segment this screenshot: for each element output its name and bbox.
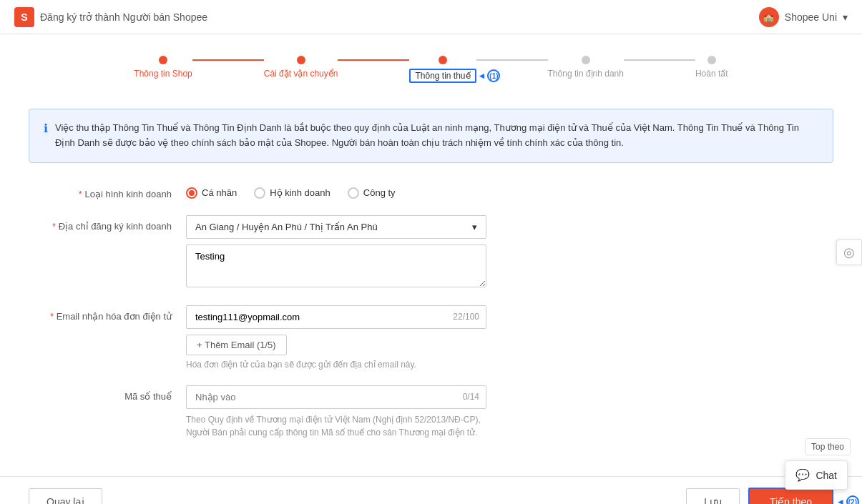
step-4: Thông tin định danh [548, 56, 624, 79]
add-email-button[interactable]: + Thêm Email (1/5) [186, 335, 287, 355]
tax-row: Mã số thuế 0/14 Theo Quy định về Thương … [29, 385, 833, 439]
step-1-label: Thông tin Shop [134, 69, 192, 79]
required-star-2: * [52, 221, 56, 232]
support-circle-icon: ◎ [843, 244, 855, 260]
info-box: ℹ Việc thu thập Thông Tin Thuế và Thông … [29, 109, 833, 163]
step-5-label: Hoàn tất [695, 69, 728, 79]
tax-input-wrapper: 0/14 [186, 385, 486, 409]
email-row: * Email nhận hóa đơn điện tử 22/100 + Th… [29, 305, 833, 370]
footer: Quay lại Lưu Tiếp theo ◄ (2) [0, 476, 862, 504]
annotation-2: ◄ (2) [836, 495, 859, 504]
email-control: 22/100 + Thêm Email (1/5) Hóa đơn điện t… [186, 305, 486, 370]
step-5: Hoàn tất [695, 56, 728, 79]
footer-right: Lưu Tiếp theo ◄ (2) [686, 488, 833, 504]
step-2-dot [297, 56, 305, 64]
address-row: * Địa chỉ đăng ký kinh doanh An Giang / … [29, 215, 833, 290]
next-button[interactable]: Tiếp theo [748, 488, 833, 504]
required-star-3: * [50, 311, 54, 322]
address-select[interactable]: An Giang / Huyện An Phú / Thị Trấn An Ph… [186, 215, 486, 239]
annotation-1: ◄ (1) [478, 69, 501, 82]
chat-label: Chat [816, 470, 837, 481]
step-line-1 [192, 59, 264, 61]
chat-icon: 💬 [795, 468, 810, 482]
business-type-label: * Loại hình kinh doanh [29, 183, 186, 199]
tax-input[interactable] [186, 385, 486, 409]
tax-control: 0/14 Theo Quy định về Thương mại điện tử… [186, 385, 486, 439]
address-textarea[interactable]: Testing [186, 244, 486, 287]
radio-ca-nhan[interactable]: Cá nhân [186, 187, 237, 199]
radio-cong-ty[interactable]: Công ty [348, 187, 396, 199]
email-input-wrapper: 22/100 [186, 305, 486, 329]
header: S Đăng ký trở thành Người bán Shopee 🏫 S… [0, 0, 862, 34]
next-wrapper: Tiếp theo ◄ (2) [748, 488, 833, 504]
step-3-dot [439, 56, 447, 64]
step-3-label: Thông tin thuế ◄ (1) [409, 69, 476, 83]
radio-cong-ty-circle [348, 187, 359, 199]
step-2: Cài đặt vận chuyển [264, 56, 338, 79]
radio-ho-kinh-doanh[interactable]: Hộ kinh doanh [254, 187, 330, 199]
step-4-label: Thông tin định danh [548, 69, 624, 79]
step-1-dot [159, 56, 167, 64]
top-theo-label: Top theo [805, 438, 851, 455]
step-2-label: Cài đặt vận chuyển [264, 69, 338, 79]
radio-ho-circle [254, 187, 265, 199]
step-3: Thông tin thuế ◄ (1) [409, 56, 476, 83]
save-button[interactable]: Lưu [686, 488, 740, 504]
step-5-dot [707, 56, 716, 64]
shopee-uni-button[interactable]: 🏫 Shopee Uni ▾ [759, 7, 848, 27]
chevron-down-icon: ▾ [472, 222, 477, 232]
step-line-3 [476, 59, 548, 61]
radio-ca-nhan-circle [186, 187, 197, 199]
support-icon[interactable]: ◎ [836, 239, 862, 265]
info-text: Việc thu thập Thông Tin Thuế và Thông Ti… [55, 121, 818, 151]
business-type-control: Cá nhân Hộ kinh doanh Công ty [186, 183, 486, 199]
tax-label: Mã số thuế [29, 385, 186, 402]
email-counter: 22/100 [453, 312, 479, 322]
radio-group: Cá nhân Hộ kinh doanh Công ty [186, 183, 486, 199]
address-label: * Địa chỉ đăng ký kinh doanh [29, 215, 186, 232]
header-left: S Đăng ký trở thành Người bán Shopee [14, 7, 207, 27]
address-control: An Giang / Huyện An Phú / Thị Trấn An Ph… [186, 215, 486, 290]
shopee-uni-label: Shopee Uni [785, 11, 837, 23]
email-input[interactable] [186, 305, 486, 329]
step-4-dot [582, 56, 590, 64]
tax-counter: 0/14 [463, 392, 479, 402]
required-star: * [79, 189, 82, 199]
main-content: Thông tin Shop Cài đặt vận chuyển Thông … [0, 34, 862, 476]
step-1: Thông tin Shop [134, 56, 192, 79]
annotation-1-badge: (1) [487, 69, 500, 82]
business-type-row: * Loại hình kinh doanh Cá nhân Hộ kinh d… [29, 183, 833, 199]
shopee-logo-icon: S [14, 7, 34, 27]
step-line-4 [624, 59, 695, 61]
info-icon: ℹ [44, 122, 48, 135]
header-title: Đăng ký trở thành Người bán Shopee [40, 11, 207, 23]
avatar: 🏫 [759, 7, 779, 27]
chevron-down-icon: ▾ [843, 11, 848, 23]
step-line-2 [338, 59, 409, 61]
annotation-2-badge: (2) [846, 495, 859, 504]
back-button[interactable]: Quay lại [29, 488, 102, 504]
chat-widget[interactable]: 💬 Chat [785, 460, 848, 490]
tax-note: Theo Quy định về Thương mại điện tử Việt… [186, 413, 486, 439]
email-hint: Hóa đơn điện tử của bạn sẽ được gửi đến … [186, 360, 486, 370]
email-label: * Email nhận hóa đơn điện tử [29, 305, 186, 322]
